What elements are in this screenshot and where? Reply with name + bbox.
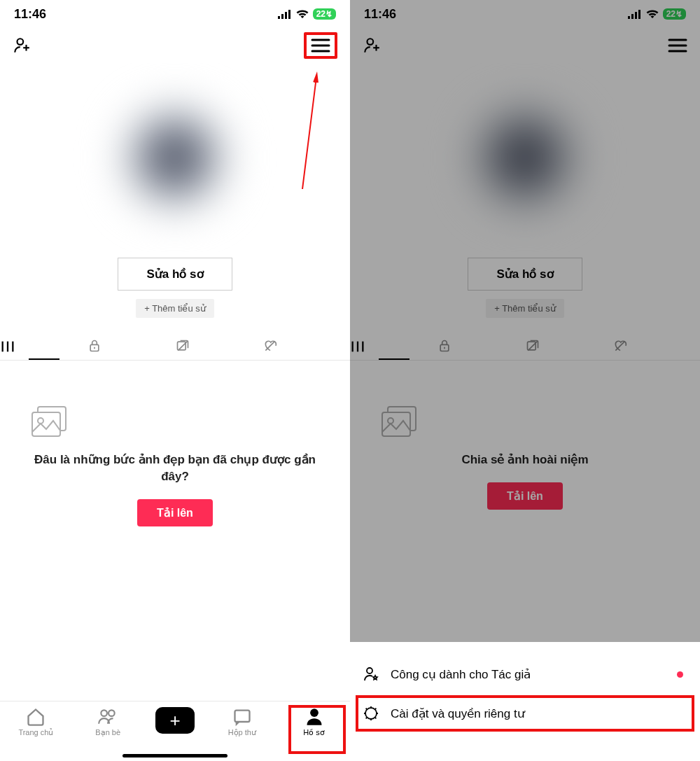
bottom-sheet: Công cụ dành cho Tác giả Cài đặt và quyề… <box>350 645 700 761</box>
upload-button[interactable]: Tải lên <box>137 499 213 526</box>
svg-rect-27 <box>628 16 630 19</box>
screen-profile: 11:46 22↯ Sửa hồ sơ + Thêm tiểu sử <box>0 0 350 761</box>
status-bar: 11:46 22↯ <box>0 0 350 28</box>
nav-home-label: Trang chủ <box>18 728 53 737</box>
svg-rect-3 <box>288 10 290 19</box>
profile-avatar-area <box>371 63 679 252</box>
svg-point-49 <box>365 708 377 719</box>
svg-rect-42 <box>528 342 536 350</box>
svg-point-23 <box>102 710 108 716</box>
svg-point-4 <box>18 39 24 45</box>
svg-rect-30 <box>638 10 640 19</box>
nav-friends-label: Bạn bè <box>95 728 120 737</box>
svg-rect-29 <box>635 12 637 19</box>
tab-grid[interactable] <box>0 339 88 354</box>
add-bio-button[interactable]: + Thêm tiểu sử <box>486 299 564 318</box>
svg-rect-2 <box>285 12 287 19</box>
sheet-settings-privacy[interactable]: Cài đặt và quyền riêng tư <box>350 694 700 733</box>
nav-friends[interactable]: Bạn bè <box>83 707 132 737</box>
status-bar: 11:46 22↯ <box>350 0 700 28</box>
sheet-creator-tools[interactable]: Công cụ dành cho Tác giả <box>350 655 700 694</box>
nav-inbox-label: Hộp thư <box>228 728 256 737</box>
tab-reposts[interactable] <box>175 339 262 354</box>
nav-home[interactable]: Trang chủ <box>11 707 60 737</box>
profile-tabs <box>350 339 700 361</box>
empty-state: Đâu là những bức ảnh đẹp bạn đã chụp đượ… <box>0 361 350 526</box>
battery-icon: 22↯ <box>663 8 686 20</box>
tab-private[interactable] <box>438 339 525 354</box>
nav-create[interactable]: + <box>155 707 195 734</box>
add-friend-icon[interactable] <box>363 36 381 55</box>
creator-icon <box>363 666 379 683</box>
upload-button[interactable]: Tải lên <box>487 482 563 510</box>
svg-rect-0 <box>278 16 280 19</box>
tab-reposts[interactable] <box>525 339 612 354</box>
wifi-icon <box>646 10 659 19</box>
signal-icon <box>628 10 642 19</box>
home-indicator <box>122 754 227 757</box>
svg-line-44 <box>615 341 624 350</box>
svg-rect-17 <box>178 342 186 350</box>
empty-text: Chia sẻ ảnh hoài niệm <box>378 452 672 468</box>
photos-icon <box>28 403 322 439</box>
hamburger-menu-icon[interactable] <box>304 32 337 59</box>
annotation-highlight-profile <box>288 705 346 754</box>
svg-rect-1 <box>281 14 284 19</box>
edit-profile-button[interactable]: Sửa hồ sơ <box>468 258 582 291</box>
svg-rect-25 <box>234 711 249 722</box>
add-friend-icon[interactable] <box>13 36 31 55</box>
battery-icon: 22↯ <box>313 8 336 20</box>
svg-point-48 <box>367 668 372 673</box>
svg-line-19 <box>265 341 274 350</box>
status-time: 11:46 <box>14 7 46 22</box>
notification-dot-icon <box>677 671 683 678</box>
nav-inbox[interactable]: Hộp thư <box>218 707 267 737</box>
wifi-icon <box>296 10 309 19</box>
svg-point-24 <box>108 710 115 716</box>
tab-liked[interactable] <box>612 339 700 354</box>
bottom-nav: Trang chủ Bạn bè + Hộp thư Hồ sơ <box>0 701 350 761</box>
svg-point-31 <box>368 39 374 45</box>
screen-settings-sheet: 11:46 22↯ Sửa hồ sơ + Thêm tiểu sử <box>350 0 700 761</box>
settings-icon <box>363 705 379 722</box>
status-time: 11:46 <box>364 7 396 22</box>
add-bio-button[interactable]: + Thêm tiểu sử <box>136 299 214 318</box>
tab-liked[interactable] <box>262 339 350 354</box>
signal-icon <box>278 10 292 19</box>
photos-icon <box>378 403 672 439</box>
tab-private[interactable] <box>88 339 175 354</box>
empty-text: Đâu là những bức ảnh đẹp bạn đã chụp đượ… <box>28 452 322 485</box>
sheet-creator-label: Công cụ dành cho Tác giả <box>391 667 531 682</box>
profile-tabs <box>0 339 350 361</box>
sheet-settings-label: Cài đặt và quyền riêng tư <box>391 706 525 721</box>
empty-state: Chia sẻ ảnh hoài niệm Tải lên <box>350 361 700 510</box>
edit-profile-button[interactable]: Sửa hồ sơ <box>118 258 232 291</box>
hamburger-menu-icon[interactable] <box>668 38 687 53</box>
svg-rect-28 <box>631 14 634 19</box>
profile-avatar-area <box>21 63 329 252</box>
tab-grid[interactable] <box>350 339 438 354</box>
